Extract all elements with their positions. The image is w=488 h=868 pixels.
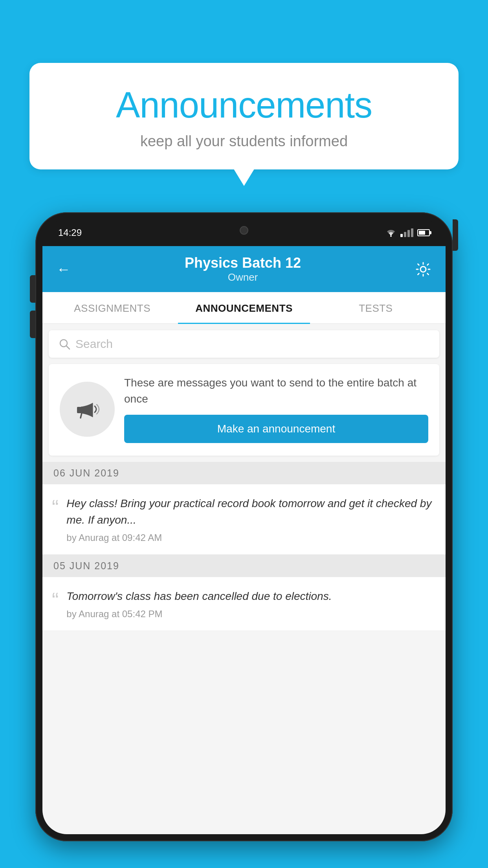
announcements-subtitle: keep all your students informed: [53, 133, 435, 150]
announcement-item-1[interactable]: “ Hey class! Bring your practical record…: [42, 484, 446, 555]
announcement-content-2: Tomorrow's class has been cancelled due …: [66, 588, 332, 620]
quote-icon-1: “: [52, 497, 59, 543]
status-icons: [385, 228, 430, 237]
svg-line-5: [81, 413, 82, 418]
battery-icon: [417, 229, 430, 236]
announcement-content-1: Hey class! Bring your practical record b…: [66, 495, 435, 543]
phone-screen: ← Physics Batch 12 Owner ASSIGNMENTS ANN…: [42, 246, 446, 834]
header-subtitle: Owner: [185, 271, 301, 283]
status-bar: 14:29: [42, 219, 446, 246]
announcement-meta-1: by Anurag at 09:42 AM: [66, 532, 435, 543]
announcement-meta-2: by Anurag at 05:42 PM: [66, 609, 332, 620]
search-placeholder: Search: [75, 337, 113, 351]
quote-icon-2: “: [52, 590, 59, 620]
speech-bubble-container: Announcements keep all your students inf…: [29, 63, 459, 169]
announcements-title: Announcements: [53, 85, 435, 126]
phone-notch: [209, 219, 279, 241]
promo-description: These are messages you want to send to t…: [124, 375, 428, 407]
announcement-promo: These are messages you want to send to t…: [49, 364, 439, 456]
tab-announcements[interactable]: ANNOUNCEMENTS: [178, 292, 310, 323]
announcement-item-2[interactable]: “ Tomorrow's class has been cancelled du…: [42, 577, 446, 631]
signal-icon: [400, 228, 413, 237]
tab-assignments[interactable]: ASSIGNMENTS: [46, 292, 178, 323]
volume-down-button: [30, 311, 35, 338]
megaphone-icon: [73, 395, 101, 423]
power-button: [453, 219, 458, 251]
volume-up-button: [30, 275, 35, 303]
search-bar[interactable]: Search: [49, 330, 439, 358]
promo-icon-circle: [60, 382, 115, 437]
status-time: 14:29: [58, 227, 82, 238]
svg-line-3: [66, 346, 70, 349]
speech-bubble: Announcements keep all your students inf…: [29, 63, 459, 169]
settings-icon[interactable]: [415, 261, 431, 278]
make-announcement-button[interactable]: Make an announcement: [124, 415, 428, 443]
promo-content: These are messages you want to send to t…: [124, 375, 428, 443]
svg-rect-4: [77, 407, 82, 413]
back-button[interactable]: ←: [57, 261, 71, 278]
phone-mockup: 14:29: [35, 212, 453, 868]
announcement-text-1: Hey class! Bring your practical record b…: [66, 495, 435, 528]
header-title: Physics Batch 12: [185, 255, 301, 271]
svg-point-0: [390, 235, 392, 237]
tab-tests[interactable]: TESTS: [310, 292, 442, 323]
camera: [240, 226, 248, 235]
search-icon: [58, 338, 71, 350]
announcement-text-2: Tomorrow's class has been cancelled due …: [66, 588, 332, 605]
tabs-bar: ASSIGNMENTS ANNOUNCEMENTS TESTS: [42, 292, 446, 324]
date-divider-1: 06 JUN 2019: [42, 462, 446, 484]
app-header: ← Physics Batch 12 Owner: [42, 246, 446, 292]
header-title-block: Physics Batch 12 Owner: [185, 255, 301, 283]
date-divider-2: 05 JUN 2019: [42, 555, 446, 577]
wifi-icon: [385, 228, 396, 237]
svg-point-1: [420, 267, 426, 272]
